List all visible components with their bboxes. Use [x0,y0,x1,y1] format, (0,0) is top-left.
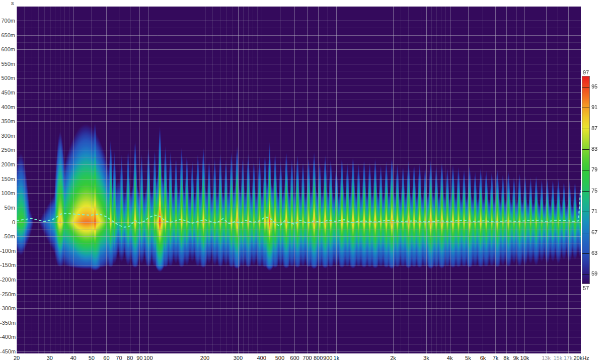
x-tick-label: 900 [323,355,332,361]
x-tick-label: 13k [542,355,551,361]
y-axis-unit-label: s [11,0,14,6]
x-tick-label: 50 [89,355,95,361]
colorbar-tick-label: 67 [591,229,597,235]
colorbar-tick [582,212,589,212]
x-tick-label: 6k [480,355,486,361]
x-tick-label: 80 [127,355,133,361]
y-tick-label: 200m [0,161,15,167]
colorbar-tick [582,233,589,233]
y-tick-label: -50m [0,233,15,239]
colorbar-tick [582,191,589,192]
colorbar-tick [582,129,589,129]
x-tick-label: 8k [503,355,509,361]
x-tick-label: 60 [103,355,109,361]
y-tick-label: -250m [0,291,15,297]
x-tick-label: 5k [465,355,471,361]
y-tick-label: 300m [0,133,15,139]
y-tick-label: 350m [0,118,15,124]
colorbar-tick-label: 59 [591,270,597,277]
y-tick-label: -450m [0,348,15,354]
spectrogram-plot-canvas[interactable] [17,7,581,353]
y-tick-label: -150m [0,262,15,268]
x-tick-label: 90 [136,355,142,361]
x-tick-label: 800 [314,355,323,361]
y-tick-label: 150m [0,176,15,182]
y-tick-label: -300m [0,305,15,311]
x-tick-label: 400 [257,355,266,361]
y-tick-label: 0 [0,219,15,225]
x-tick-label: 300 [234,355,243,361]
colorbar-tick [582,149,589,150]
colorbar-tick [582,108,589,108]
colorbar-max-label: 97 [579,69,593,75]
x-tick-label: 10k [520,355,530,361]
colorbar-tick [582,253,589,254]
x-tick-label: 30 [47,355,53,361]
y-tick-label: -200m [0,277,15,283]
colorbar-tick-label: 63 [591,250,597,256]
x-tick-label: 700 [303,355,312,361]
colorbar-tick-label: 95 [591,83,597,89]
x-tick-label: 1k [334,355,340,361]
x-tick-label: 15k [553,355,562,361]
y-tick-label: 250m [0,147,15,153]
x-tick-label: 20 [14,355,20,361]
colorbar-tick-label: 75 [591,188,597,194]
x-tick-label: 3k [423,355,429,361]
y-tick-label: -350m [0,320,15,326]
colorbar-tick-label: 71 [591,208,597,214]
y-tick-label: 650m [0,32,15,38]
colorbar-tick-label: 79 [591,166,597,172]
y-tick-label: 550m [0,61,15,67]
x-tick-label: 600 [290,355,299,361]
y-tick-label: -100m [0,248,15,254]
y-tick-label: 600m [0,46,15,52]
y-tick-label: 450m [0,89,15,96]
colorbar-tick-label: 83 [591,146,597,152]
x-tick-label: 20kHz [573,355,589,361]
x-tick-label: 70 [116,355,122,361]
colorbar-min-label: 57 [579,285,593,291]
x-tick-label: 4k [447,355,453,361]
colorbar-tick [582,170,589,170]
colorbar-tick-label: 91 [591,104,597,110]
x-tick-label: 7k [493,355,499,361]
y-tick-label: 500m [0,75,15,81]
x-tick-label: 17k [564,355,573,361]
y-tick-label: 700m [0,18,15,24]
colorbar-tick [582,87,589,87]
x-tick-label: 9k [513,355,519,361]
x-tick-label: 40 [70,355,76,361]
colorbar-tick-label: 87 [591,125,597,131]
y-tick-label: -400m [0,334,15,340]
colorbar-tick [582,274,589,275]
x-tick-label: 2k [390,355,396,361]
x-tick-label: 200 [200,355,209,361]
spectrogram-window: s 700m650m600m550m500m450m400m350m300m25… [0,0,604,364]
y-tick-label: 50m [0,205,15,211]
color-scale-legend [582,76,590,284]
x-tick-label: 500 [275,355,284,361]
y-tick-label: 400m [0,104,15,110]
y-tick-label: 100m [0,190,15,196]
x-tick-label: 100 [143,355,153,361]
